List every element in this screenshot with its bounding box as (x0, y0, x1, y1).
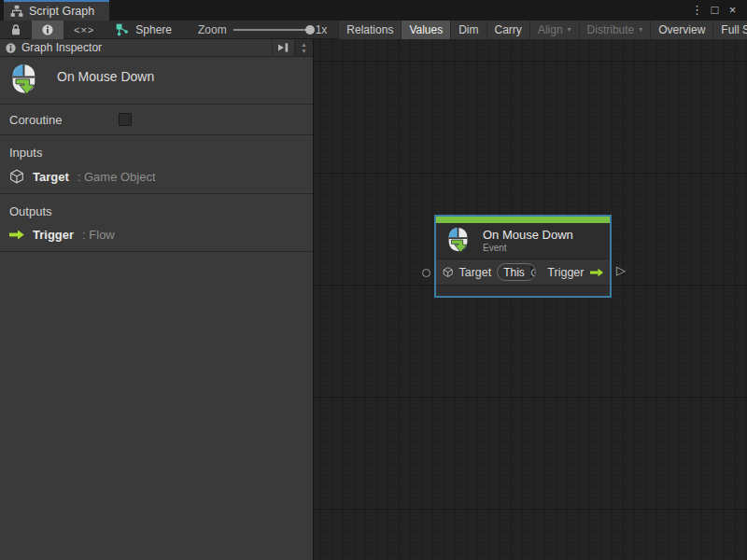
scroll-up-icon[interactable]: ▲ (295, 41, 313, 48)
panel-scroll-buttons: ▲ ▼ (294, 39, 313, 56)
node-header[interactable]: On Mouse Down Event (436, 223, 610, 259)
outputs-header: Outputs (0, 201, 313, 224)
outputs-section: Outputs Trigger : Flow (0, 194, 313, 251)
edit-script-button[interactable]: <×> (63, 21, 105, 39)
close-icon[interactable]: × (724, 1, 741, 20)
input-type: : Game Object (78, 170, 156, 184)
unit-title: On Mouse Down (57, 69, 154, 84)
graph-name: Sphere (135, 23, 172, 36)
on-mouse-down-icon (444, 227, 472, 255)
input-target-row: Target : Game Object (0, 165, 313, 186)
node-port-row: Target This ⊙ Trigger (436, 259, 610, 286)
more-menu-icon[interactable]: ⋮ (688, 1, 706, 20)
input-name: Target (33, 170, 69, 184)
graph-reference[interactable]: Sphere (116, 23, 172, 36)
info-icon (6, 43, 16, 53)
inputs-section: Inputs Target : Game Object (0, 135, 313, 193)
chevron-down-icon: ▾ (639, 25, 642, 34)
inspector-toggle-button[interactable] (32, 21, 63, 39)
code-icon: <×> (74, 24, 94, 35)
chevron-down-icon: ▾ (568, 25, 571, 34)
tab-bar: Script Graph ⋮ □ × (0, 0, 747, 21)
toolbar-buttons: Relations Values Dim Carry Align ▾ Distr… (338, 21, 747, 39)
cube-icon (443, 265, 453, 279)
graph-inspector-panel: Graph Inspector ▲ ▼ (0, 39, 314, 560)
dock-right-icon (277, 42, 289, 53)
relations-button[interactable]: Relations (338, 21, 401, 39)
dock-panel-button[interactable] (272, 39, 294, 56)
values-button[interactable]: Values (401, 21, 450, 39)
zoom-label: Zoom (198, 23, 227, 36)
align-dropdown[interactable]: Align ▾ (529, 21, 579, 39)
zoom-slider[interactable] (233, 29, 310, 31)
script-graph-window: Script Graph ⋮ □ × <×> (0, 0, 747, 560)
node-on-mouse-down[interactable]: On Mouse Down Event Target This ⊙ Trigge… (434, 215, 612, 298)
node-input-port[interactable] (422, 269, 430, 277)
dim-button[interactable]: Dim (450, 21, 486, 39)
tab-title: Script Graph (29, 5, 94, 18)
distribute-dropdown[interactable]: Distribute ▾ (579, 21, 651, 39)
inputs-header: Inputs (0, 142, 313, 165)
zoom-control: Zoom 1x (198, 23, 327, 36)
output-type: : Flow (82, 228, 115, 242)
node-subtitle: Event (483, 243, 573, 254)
target-value: This (498, 266, 530, 279)
target-port-label: Target (458, 266, 491, 279)
inspector-title: Graph Inspector (21, 41, 102, 54)
lock-button[interactable] (0, 21, 32, 39)
scroll-down-icon[interactable]: ▼ (295, 48, 313, 54)
inspector-title-area: Graph Inspector (0, 39, 272, 56)
node-footer (436, 286, 610, 296)
output-trigger-row: Trigger : Flow (0, 224, 313, 244)
zoom-slider-knob[interactable] (305, 25, 315, 35)
node-title: On Mouse Down (483, 228, 573, 243)
graph-asset-icon (116, 23, 129, 36)
unit-title-row: On Mouse Down (0, 57, 313, 104)
trigger-flow-arrow-icon (590, 267, 604, 278)
coroutine-row: Coroutine (0, 105, 313, 134)
maximize-icon[interactable]: □ (706, 1, 724, 20)
coroutine-label: Coroutine (9, 113, 119, 127)
script-graph-icon (10, 5, 23, 18)
node-output-port[interactable]: ▷ (616, 263, 626, 277)
window-controls: ⋮ □ × (688, 0, 747, 21)
trigger-port-label: Trigger (547, 266, 584, 279)
node-titles: On Mouse Down Event (483, 228, 573, 254)
target-value-field[interactable]: This ⊙ (497, 263, 536, 281)
lock-icon (10, 23, 21, 35)
tab-script-graph[interactable]: Script Graph (4, 0, 109, 21)
on-mouse-down-icon (7, 63, 41, 97)
cube-icon (9, 169, 24, 184)
flow-arrow-icon (9, 230, 24, 240)
inspector-header: Graph Inspector ▲ ▼ (0, 39, 313, 57)
object-picker-icon[interactable]: ⊙ (530, 264, 537, 280)
zoom-value: 1x (316, 23, 328, 36)
output-name: Trigger (33, 228, 74, 242)
graph-canvas[interactable]: On Mouse Down Event Target This ⊙ Trigge… (314, 39, 747, 560)
graph-toolbar: <×> Sphere Zoom 1x Relations Values Dim … (0, 21, 747, 39)
carry-button[interactable]: Carry (486, 21, 529, 39)
coroutine-checkbox[interactable] (119, 113, 132, 126)
info-icon (42, 24, 53, 35)
full-screen-button[interactable]: Full Screen (712, 21, 747, 39)
node-event-color-bar (436, 217, 610, 223)
inspector-empty-area (0, 252, 313, 560)
overview-button[interactable]: Overview (650, 21, 712, 39)
